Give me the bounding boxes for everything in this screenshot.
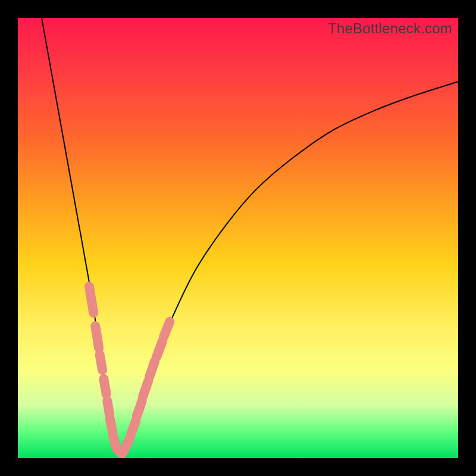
datapoint-capsule	[100, 355, 102, 370]
datapoint-capsule	[89, 286, 93, 312]
datapoint-capsule	[143, 381, 148, 397]
datapoint-capsule	[149, 361, 155, 377]
datapoint-capsule	[124, 439, 130, 452]
watermark-text: TheBottleneck.com	[328, 20, 452, 37]
datapoint-capsule	[131, 421, 136, 434]
chart-plot-area: TheBottleneck.com	[18, 18, 458, 458]
datapoint-capsule	[110, 418, 112, 431]
datapoint-capsule	[156, 342, 162, 357]
datapoint-capsule	[95, 326, 99, 348]
datapoint-capsule	[137, 401, 142, 416]
datapoint-capsule	[104, 379, 106, 394]
datapoint-capsule	[164, 322, 170, 337]
datapoint-capsule	[107, 401, 109, 414]
datapoint-markers	[18, 18, 458, 458]
